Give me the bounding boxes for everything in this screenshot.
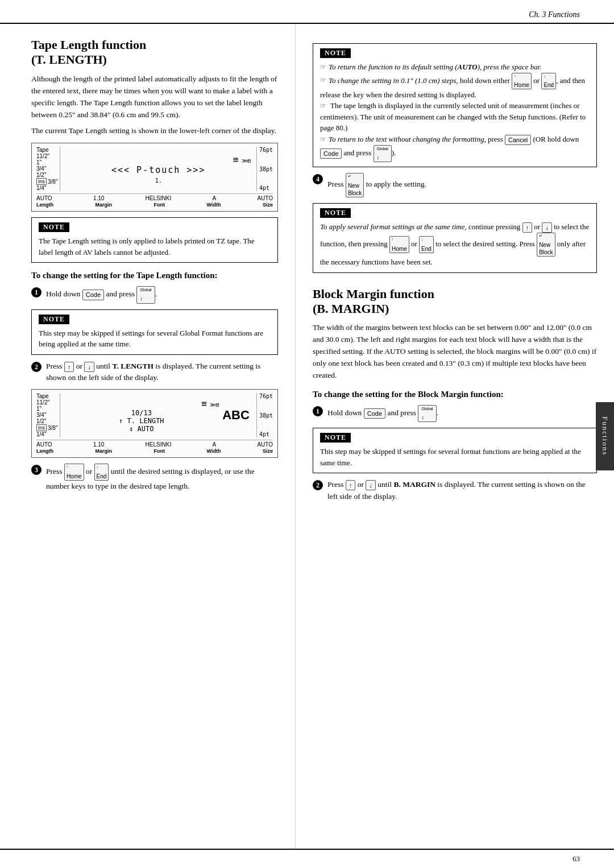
subsection1-title: To change the setting for the Tape Lengt… bbox=[31, 271, 278, 280]
top-note-title: NOTE bbox=[320, 48, 351, 58]
step2: 2 Press ↑ or ↓ until T. LENGTH is displa… bbox=[31, 361, 278, 384]
display2-abc: ABC bbox=[219, 393, 253, 437]
step2-num: 2 bbox=[31, 362, 42, 372]
subsection2-title: To change the setting for the Block Marg… bbox=[313, 390, 597, 399]
step3-content: Press ↑Home or ↓End until the desired se… bbox=[46, 464, 278, 492]
top-note-item2: ☞To change the setting in 0.1" (1.0 cm) … bbox=[320, 73, 590, 101]
left-column: Tape Length function (T. LENGTH) Althoug… bbox=[0, 24, 296, 849]
bmargin-note-box: NOTE This step may be skipped if setting… bbox=[313, 428, 597, 473]
note2-box: NOTE This step may be skipped if setting… bbox=[31, 309, 278, 355]
end-key: ↓End bbox=[94, 464, 109, 480]
top-note-item4: ☞To return to the text without changing … bbox=[320, 134, 590, 163]
display2-main: ≡ ≫⊞ 10/13 ↑ T. LENGTH ↕ AUTO bbox=[64, 393, 219, 437]
step1-num: 1 bbox=[31, 287, 42, 297]
header-bar: Ch. 3 Functions bbox=[0, 0, 614, 24]
display1-labels: LengthMarginFontWidthSize bbox=[36, 202, 273, 208]
newblock-key: ↵NewBlock bbox=[346, 173, 364, 197]
global-key: Global↕ bbox=[136, 286, 155, 303]
section2-title: Block Margin function (B. MARGIN) bbox=[313, 287, 597, 317]
top-note-box: NOTE ☞To return the function to its defa… bbox=[313, 43, 597, 167]
step1-content: Hold down Code and press Global↕. bbox=[46, 286, 278, 303]
note1-box: NOTE The Tape Length setting is only app… bbox=[31, 217, 278, 263]
note2-title: NOTE bbox=[39, 315, 69, 324]
display1-left-labels: Tape 11/2" 1" 3/4" 1/2" Ins 3/8" 1/4" bbox=[36, 147, 60, 191]
section1-body2: The current Tape Length setting is shown… bbox=[31, 125, 278, 137]
display1-bottom: AUTO1.10HELSINKIAAUTO bbox=[36, 193, 273, 201]
page-number: 63 bbox=[572, 854, 580, 863]
display2: Tape 11/2" 1" 3/4" 1/2" Ins3/8" 1/4" ≡ ≫… bbox=[31, 389, 278, 458]
note1-title: NOTE bbox=[39, 222, 69, 232]
note-step4-box: NOTE To apply several format settings at… bbox=[313, 203, 597, 273]
right-column: NOTE ☞To return the function to its defa… bbox=[296, 24, 614, 849]
chapter-header: Ch. 3 Functions bbox=[529, 10, 580, 19]
top-note-item1: ☞To return the function to its default s… bbox=[320, 61, 590, 73]
note1-text: The Tape Length setting is only applied … bbox=[39, 235, 271, 258]
home-key: ↑Home bbox=[64, 464, 84, 480]
step3-num: 3 bbox=[31, 465, 42, 475]
code-key: Code bbox=[82, 290, 104, 300]
step1: 1 Hold down Code and press Global↕. bbox=[31, 286, 278, 303]
bmargin-note-text: This step may be skipped if settings for… bbox=[320, 446, 590, 468]
bmargin-step2-content: Press ↑ or ↓ until B. MARGIN is displaye… bbox=[327, 479, 597, 502]
step2-content: Press ↑ or ↓ until T. LENGTH is displaye… bbox=[46, 361, 278, 384]
bmargin-code-key: Code bbox=[364, 408, 385, 419]
note-step4-title: NOTE bbox=[320, 208, 351, 218]
functions-tab: Functions bbox=[596, 402, 614, 470]
bmargin-down-key: ↓ bbox=[366, 480, 376, 490]
bmargin-step2-num: 2 bbox=[313, 480, 323, 490]
display2-left-labels: Tape 11/2" 1" 3/4" 1/2" Ins3/8" 1/4" bbox=[36, 393, 60, 437]
step4-content: Press ↵NewBlock to apply the setting. bbox=[327, 173, 597, 197]
top-note-item3: ☞ The tape length is displayed in the cu… bbox=[320, 100, 590, 134]
note-step4-text: To apply several format settings at the … bbox=[320, 221, 590, 268]
bmargin-up-key: ↑ bbox=[346, 480, 356, 490]
display1: Tape 11/2" 1" 3/4" 1/2" Ins 3/8" 1/4" ≡ … bbox=[31, 143, 278, 212]
display2-bottom: AUTO1.10HELSINKIAAUTO bbox=[36, 440, 273, 448]
section1-title: Tape Length function (T. LENGTH) bbox=[31, 38, 278, 68]
display1-right-labels: 76pt 38pt 4pt bbox=[256, 147, 273, 191]
up-key: ↑ bbox=[64, 362, 74, 372]
footer-bar: 63 bbox=[0, 849, 614, 868]
display2-labels: LengthMarginFontWidthSize bbox=[36, 448, 273, 454]
bmargin-step1-num: 1 bbox=[313, 406, 323, 416]
bmargin-global-key: Global↕ bbox=[418, 405, 436, 422]
bmargin-step1: 1 Hold down Code and press Global↕. bbox=[313, 405, 597, 422]
display1-main: ≡ ≫⊞ <<< P-touch >>> 1. bbox=[64, 147, 252, 191]
bmargin-note-title: NOTE bbox=[320, 433, 351, 443]
content-area: Tape Length function (T. LENGTH) Althoug… bbox=[0, 24, 614, 849]
section1-body1: Although the length of the printed label… bbox=[31, 73, 278, 121]
step4-num: 4 bbox=[313, 174, 323, 184]
section2-body1: The width of the margins between text bl… bbox=[313, 322, 597, 382]
page: Ch. 3 Functions Tape Length function (T.… bbox=[0, 0, 614, 868]
step4: 4 Press ↵NewBlock to apply the setting. bbox=[313, 173, 597, 197]
display2-right-labels: 76pt 38pt 4pt bbox=[256, 393, 273, 437]
down-key: ↓ bbox=[84, 362, 94, 372]
bmargin-step2: 2 Press ↑ or ↓ until B. MARGIN is displa… bbox=[313, 479, 597, 502]
step3: 3 Press ↑Home or ↓End until the desired … bbox=[31, 464, 278, 492]
bmargin-step1-content: Hold down Code and press Global↕. bbox=[327, 405, 597, 422]
note2-text: This step may be skipped if settings for… bbox=[39, 328, 271, 350]
